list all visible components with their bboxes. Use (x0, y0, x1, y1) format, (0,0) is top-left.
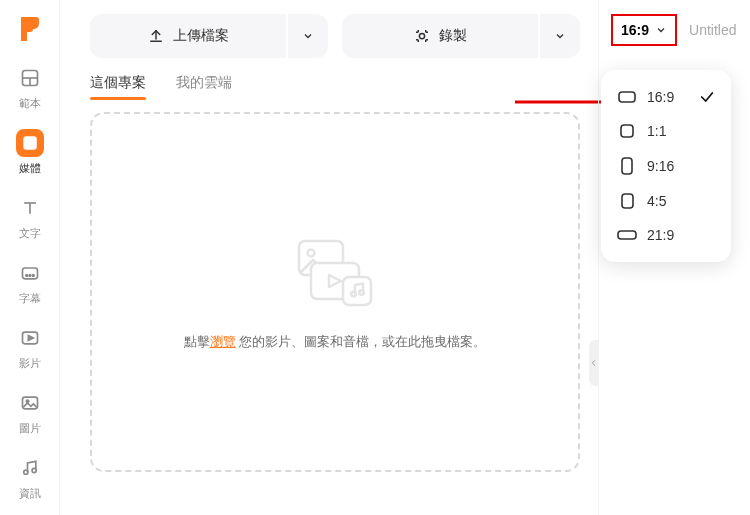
browse-link[interactable]: 瀏覽 (210, 334, 236, 349)
upload-label: 上傳檔案 (173, 27, 229, 45)
tab-cloud[interactable]: 我的雲端 (176, 74, 232, 100)
sidebar-item-templates[interactable]: 範本 (16, 64, 44, 111)
dropzone-text-suffix: 您的影片、圖案和音檔，或在此拖曳檔案。 (239, 334, 486, 349)
svg-rect-33 (622, 158, 632, 174)
sidebar-item-media[interactable]: 媒體 (16, 129, 44, 176)
svg-point-21 (419, 33, 424, 38)
record-group: 錄製 (342, 14, 580, 58)
record-label: 錄製 (439, 27, 467, 45)
svg-rect-32 (621, 125, 633, 137)
sidebar-item-subtitle[interactable]: 字幕 (16, 259, 44, 306)
ratio-option-label: 4:5 (647, 193, 666, 209)
sidebar-item-label: 文字 (19, 226, 41, 241)
ratio-option-label: 1:1 (647, 123, 666, 139)
svg-rect-34 (622, 194, 633, 208)
sidebar-item-label: 範本 (19, 96, 41, 111)
ratio-option-1-1[interactable]: 1:1 (607, 114, 725, 148)
svg-rect-11 (22, 268, 37, 279)
upload-dropdown-button[interactable] (288, 14, 328, 58)
tab-project[interactable]: 這個專案 (90, 74, 146, 100)
svg-point-20 (32, 468, 36, 472)
dropzone-media-icon (285, 233, 385, 313)
subtitle-icon (16, 259, 44, 287)
ratio-shape-icon (617, 193, 637, 209)
ratio-option-16-9[interactable]: 16:9 (607, 80, 725, 114)
sidebar-item-audio[interactable]: 資訊 (16, 454, 44, 501)
svg-rect-2 (21, 26, 33, 32)
sidebar-item-label: 影片 (19, 356, 41, 371)
chevron-down-icon (655, 24, 667, 36)
svg-rect-26 (343, 277, 371, 305)
ratio-option-4-5[interactable]: 4:5 (607, 184, 725, 218)
ratio-shape-icon (617, 230, 637, 240)
upload-group: 上傳檔案 (90, 14, 328, 58)
record-icon (413, 27, 431, 45)
sidebar-item-image[interactable]: 圖片 (16, 389, 44, 436)
sidebar-item-video[interactable]: 影片 (16, 324, 44, 371)
sidebar-item-label: 媒體 (19, 161, 41, 176)
ratio-option-9-16[interactable]: 9:16 (607, 148, 725, 184)
svg-point-23 (308, 250, 315, 257)
aspect-ratio-button[interactable]: 16:9 (611, 14, 677, 46)
ratio-option-21-9[interactable]: 21:9 (607, 218, 725, 252)
ratio-option-label: 16:9 (647, 89, 674, 105)
svg-rect-31 (619, 92, 635, 102)
svg-marker-16 (28, 336, 33, 341)
record-dropdown-button[interactable] (540, 14, 580, 58)
main-panel: 上傳檔案 錄製 這個專案 我的雲端 (60, 0, 598, 515)
ratio-shape-icon (617, 91, 637, 103)
svg-rect-1 (21, 17, 39, 23)
record-button[interactable]: 錄製 (342, 14, 538, 58)
chevron-left-icon (590, 357, 598, 369)
dropzone-text-prefix: 點擊 (184, 334, 210, 349)
image-icon (16, 389, 44, 417)
ratio-shape-icon (617, 124, 637, 138)
sidebar-item-label: 字幕 (19, 291, 41, 306)
dropzone[interactable]: 點擊瀏覽 您的影片、圖案和音檔，或在此拖曳檔案。 (90, 112, 580, 472)
sidebar-item-text[interactable]: 文字 (16, 194, 44, 241)
ratio-option-label: 9:16 (647, 158, 674, 174)
source-tabs: 這個專案 我的雲端 (90, 74, 580, 100)
check-icon (699, 89, 715, 105)
svg-point-13 (29, 275, 31, 277)
sidebar-item-label: 圖片 (19, 421, 41, 436)
project-title[interactable]: Untitled (689, 22, 736, 38)
sidebar: 範本 媒體 文字 字幕 影片 圖片 資訊 (0, 0, 60, 515)
aspect-ratio-dropdown: 16:9 1:1 9:16 4:5 21:9 (601, 70, 731, 262)
text-icon (16, 194, 44, 222)
templates-icon (16, 64, 44, 92)
aspect-ratio-label: 16:9 (621, 22, 649, 38)
chevron-down-icon (302, 30, 314, 42)
upload-button[interactable]: 上傳檔案 (90, 14, 286, 58)
ratio-shape-icon (617, 157, 637, 175)
svg-point-12 (25, 275, 27, 277)
ratio-option-label: 21:9 (647, 227, 674, 243)
svg-rect-17 (22, 397, 37, 409)
dropzone-text: 點擊瀏覽 您的影片、圖案和音檔，或在此拖曳檔案。 (184, 333, 487, 351)
audio-icon (16, 454, 44, 482)
svg-rect-35 (618, 231, 636, 239)
upload-icon (147, 27, 165, 45)
video-icon (16, 324, 44, 352)
media-icon (16, 129, 44, 157)
right-header: 16:9 Untitled (611, 14, 738, 46)
svg-point-14 (32, 275, 34, 277)
right-panel: 16:9 Untitled 16:9 1:1 9:16 4:5 21:9 (598, 0, 750, 515)
panel-collapse-handle[interactable] (589, 340, 599, 386)
sidebar-item-label: 資訊 (19, 486, 41, 501)
chevron-down-icon (554, 30, 566, 42)
top-buttons: 上傳檔案 錄製 (90, 14, 580, 58)
svg-point-19 (23, 470, 27, 474)
app-logo (12, 14, 48, 44)
